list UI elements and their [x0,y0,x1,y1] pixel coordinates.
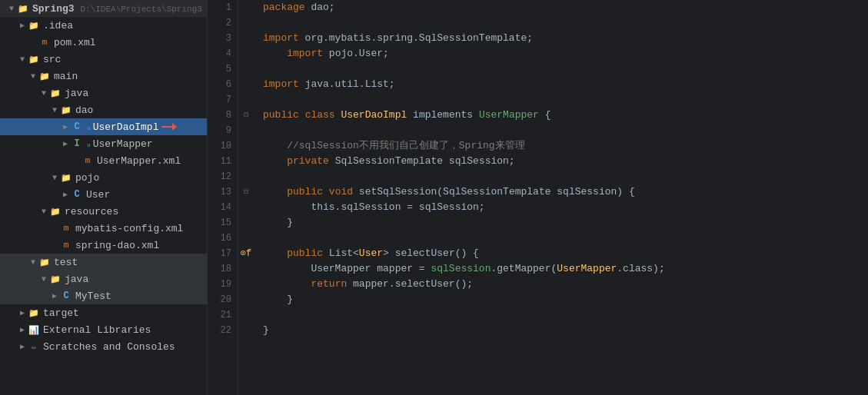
expand-arrow-idea[interactable]: ▶ [17,21,28,30]
line-num-21: 21 [208,307,231,323]
gutter-13[interactable]: ⊟ [238,184,254,200]
expand-arrow-spring3[interactable]: ▼ [6,5,17,13]
folder-icon-target: 📁 [28,307,40,319]
line-num-19: 19 [208,277,231,292]
xml-icon-pom: m [38,36,51,48]
expand-arrow-mytest[interactable]: ▶ [49,291,60,300]
sidebar-item-target[interactable]: ▶ 📁 target [0,304,207,321]
gutter-19 [238,277,254,292]
code-line-8: public class UserDaoImpl implements User… [263,108,868,123]
sidebar-item-user[interactable]: ▶ C User [0,186,207,203]
sidebar-label-idea: .idea [43,20,73,32]
expand-arrow-user[interactable]: ▶ [60,190,71,199]
expand-arrow-java[interactable]: ▼ [38,89,49,98]
sidebar-item-resources[interactable]: ▼ 📁 resources [0,203,207,220]
gutter-4 [238,46,254,61]
expand-arrow-ext-libs[interactable]: ▶ [17,325,28,334]
xml-icon-usermapper: m [81,154,94,167]
sidebar-label-spring-dao: spring-dao.xml [75,240,159,251]
expand-arrow-pojo[interactable]: ▼ [49,174,60,182]
sidebar-item-spring-dao[interactable]: m spring-dao.xml [0,237,207,254]
editor-gutter: ⊟ ⊟ ⊙f [238,0,254,395]
sidebar-item-dao[interactable]: ▼ 📁 dao [0,101,207,118]
line-num-1: 1 [208,0,231,15]
expand-arrow-target[interactable]: ▶ [17,308,28,317]
line-num-22: 22 [208,323,231,338]
code-line-2 [263,15,868,31]
sidebar-item-usermapper[interactable]: ▶ I ᵤ UserMapper [0,135,207,152]
sidebar-item-java[interactable]: ▼ 📁 java [0,85,207,101]
code-line-20: } [263,292,868,307]
code-line-15: } [263,215,868,231]
gutter-15 [238,215,254,231]
line-num-4: 4 [208,46,231,61]
code-content[interactable]: package dao; import org.mybatis.spring.S… [254,0,868,395]
sidebar-item-main[interactable]: ▼ 📁 main [0,68,207,85]
sidebar-item-test[interactable]: ▼ 📁 test [0,254,207,271]
line-num-3: 3 [208,31,231,46]
sidebar-item-pojo[interactable]: ▼ 📁 pojo [0,169,207,186]
line-num-9: 9 [208,123,231,138]
code-editor: 1 2 3 4 5 6 7 8 9 10 11 12 13 14 15 16 1… [208,0,868,395]
expand-arrow-test[interactable]: ▼ [28,258,38,267]
sidebar-label-usermapper: UserMapper [93,138,153,150]
code-line-19: return mapper.selectUser(); [263,277,868,292]
line-num-7: 7 [208,92,231,108]
expand-arrow-usermapper[interactable]: ▶ [60,139,71,148]
code-line-10: //sqlSession不用我们自己创建了，Spring来管理 [263,138,868,154]
folder-icon-java: 📁 [49,87,62,99]
sidebar-item-ext-libs[interactable]: ▶ 📊 External Libraries [0,321,207,338]
gutter-22 [238,323,254,338]
expand-arrow-resources[interactable]: ▼ [38,207,49,216]
sidebar-label-pom: pom.xml [54,37,96,48]
code-line-11: private SqlSessionTemplate sqlSession; [263,154,868,169]
sidebar-label-mybatis-config: mybatis-config.xml [75,223,183,234]
class-icon-mytest: C [60,290,72,302]
code-line-9 [263,123,868,138]
sidebar-item-spring3-root[interactable]: ▼ 📁 Spring3 D:\IDEA\Projects\Spring3 [0,0,207,17]
code-line-13: public void setSqlSession(SqlSessionTemp… [263,184,868,200]
code-line-16 [263,231,868,246]
gutter-2 [238,15,254,31]
line-num-5: 5 [208,61,231,77]
folder-icon-java-test: 📁 [49,273,62,285]
expand-arrow-userdaoimpl[interactable]: ▶ [60,122,71,131]
expand-arrow-main[interactable]: ▼ [28,72,38,81]
line-num-6: 6 [208,77,231,92]
gutter-5 [238,61,254,77]
xml-icon-spring-dao: m [60,239,72,251]
expand-arrow-dao[interactable]: ▼ [49,106,60,115]
sidebar-item-src[interactable]: ▼ 📁 src [0,51,207,68]
expand-arrow-java-test[interactable]: ▼ [38,275,49,284]
sidebar-item-mytest[interactable]: ▶ C MyTest [0,287,207,304]
gutter-17[interactable]: ⊙f [238,246,254,261]
sidebar-item-userdaoimpl[interactable]: ▶ C ᵤ UserDaoImpl [0,118,207,135]
sidebar-item-idea[interactable]: ▶ 📁 .idea [0,17,207,34]
expand-arrow-src[interactable]: ▼ [17,55,28,64]
code-line-7 [263,92,868,108]
sidebar-item-pom[interactable]: m pom.xml [0,34,207,51]
sidebar-item-java-test[interactable]: ▼ 📁 java [0,271,207,287]
gutter-11 [238,154,254,169]
sidebar-label-src: src [43,54,61,65]
sidebar-item-scratches[interactable]: ▶ ✏️ Scratches and Consoles [0,338,207,355]
project-icon: 📁 [17,2,29,15]
sidebar-label-target: target [43,307,79,319]
line-num-2: 2 [208,15,231,31]
gutter-9 [238,123,254,138]
expand-arrow-scratches[interactable]: ▶ [17,342,28,351]
gutter-7 [238,92,254,108]
code-line-12 [263,169,868,184]
scratches-icon: ✏️ [28,340,40,353]
line-num-13: 13 [208,184,231,200]
line-numbers: 1 2 3 4 5 6 7 8 9 10 11 12 13 14 15 16 1… [208,0,238,395]
gutter-3 [238,31,254,46]
xml-icon-mybatis: m [60,222,72,234]
sidebar-item-usermapper-xml[interactable]: m UserMapper.xml [0,152,207,169]
line-num-15: 15 [208,215,231,231]
sidebar-item-mybatis-config[interactable]: m mybatis-config.xml [0,220,207,237]
gutter-8[interactable]: ⊟ [238,108,254,123]
project-sidebar[interactable]: ▼ 📁 Spring3 D:\IDEA\Projects\Spring3 ▶ 📁… [0,0,208,395]
gutter-20 [238,292,254,307]
folder-icon-test: 📁 [38,256,51,268]
